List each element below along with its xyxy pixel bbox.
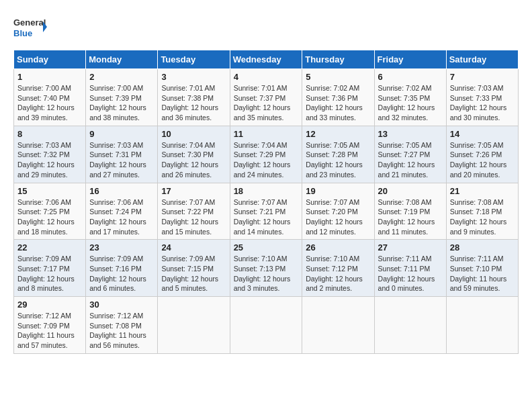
calendar-cell: 10 Sunrise: 7:04 AM Sunset: 7:30 PM Dayl…	[158, 126, 230, 183]
calendar-cell	[230, 297, 302, 354]
calendar-cell	[446, 297, 518, 354]
day-info: Sunrise: 7:09 AM Sunset: 7:16 PM Dayligh…	[89, 254, 154, 293]
day-number: 4	[234, 72, 299, 82]
calendar-cell: 28 Sunrise: 7:11 AM Sunset: 7:10 PM Dayl…	[446, 240, 518, 297]
day-info: Sunrise: 7:06 AM Sunset: 7:25 PM Dayligh…	[17, 197, 82, 237]
calendar-header-row: SundayMondayTuesdayWednesdayThursdayFrid…	[14, 50, 519, 69]
day-info: Sunrise: 7:11 AM Sunset: 7:10 PM Dayligh…	[450, 254, 515, 293]
day-info: Sunrise: 7:02 AM Sunset: 7:35 PM Dayligh…	[378, 83, 443, 123]
day-info: Sunrise: 7:09 AM Sunset: 7:15 PM Dayligh…	[161, 254, 226, 293]
day-info: Sunrise: 7:11 AM Sunset: 7:11 PM Dayligh…	[378, 254, 443, 293]
calendar-cell	[158, 297, 230, 354]
calendar-cell: 16 Sunrise: 7:06 AM Sunset: 7:24 PM Dayl…	[86, 183, 158, 240]
calendar-table: SundayMondayTuesdayWednesdayThursdayFrid…	[13, 50, 519, 354]
calendar-cell: 27 Sunrise: 7:11 AM Sunset: 7:11 PM Dayl…	[374, 240, 446, 297]
day-number: 22	[17, 242, 82, 253]
day-number: 3	[161, 72, 226, 82]
day-info: Sunrise: 7:12 AM Sunset: 7:08 PM Dayligh…	[89, 311, 154, 351]
calendar-cell: 23 Sunrise: 7:09 AM Sunset: 7:16 PM Dayl…	[86, 240, 158, 297]
day-number: 28	[450, 242, 515, 253]
day-info: Sunrise: 7:08 AM Sunset: 7:19 PM Dayligh…	[378, 197, 443, 237]
calendar-cell: 30 Sunrise: 7:12 AM Sunset: 7:08 PM Dayl…	[86, 297, 158, 354]
day-header-friday: Friday	[374, 50, 446, 69]
calendar-cell: 3 Sunrise: 7:01 AM Sunset: 7:38 PM Dayli…	[158, 69, 230, 126]
day-header-tuesday: Tuesday	[158, 50, 230, 69]
day-number: 5	[306, 72, 370, 82]
calendar-cell: 6 Sunrise: 7:02 AM Sunset: 7:35 PM Dayli…	[374, 69, 446, 126]
day-number: 7	[450, 72, 515, 82]
day-number: 19	[306, 186, 370, 196]
calendar-cell: 8 Sunrise: 7:03 AM Sunset: 7:32 PM Dayli…	[14, 126, 86, 183]
calendar-cell: 26 Sunrise: 7:10 AM Sunset: 7:12 PM Dayl…	[302, 240, 374, 297]
day-info: Sunrise: 7:10 AM Sunset: 7:13 PM Dayligh…	[234, 254, 299, 293]
day-info: Sunrise: 7:01 AM Sunset: 7:38 PM Dayligh…	[161, 83, 226, 123]
calendar-cell: 21 Sunrise: 7:08 AM Sunset: 7:18 PM Dayl…	[446, 183, 518, 240]
day-info: Sunrise: 7:03 AM Sunset: 7:33 PM Dayligh…	[450, 83, 515, 123]
day-number: 13	[378, 129, 443, 139]
day-number: 8	[17, 129, 82, 139]
day-info: Sunrise: 7:05 AM Sunset: 7:26 PM Dayligh…	[450, 140, 515, 180]
calendar-cell: 19 Sunrise: 7:07 AM Sunset: 7:20 PM Dayl…	[302, 183, 374, 240]
day-number: 11	[234, 129, 299, 139]
day-info: Sunrise: 7:08 AM Sunset: 7:18 PM Dayligh…	[450, 197, 515, 237]
day-info: Sunrise: 7:07 AM Sunset: 7:21 PM Dayligh…	[234, 197, 299, 237]
calendar-cell: 29 Sunrise: 7:12 AM Sunset: 7:09 PM Dayl…	[14, 297, 86, 354]
calendar-cell: 5 Sunrise: 7:02 AM Sunset: 7:36 PM Dayli…	[302, 69, 374, 126]
day-number: 2	[89, 72, 154, 82]
day-number: 27	[378, 242, 443, 253]
day-info: Sunrise: 7:04 AM Sunset: 7:29 PM Dayligh…	[234, 140, 299, 180]
day-number: 6	[378, 72, 443, 82]
calendar-cell: 25 Sunrise: 7:10 AM Sunset: 7:13 PM Dayl…	[230, 240, 302, 297]
day-number: 17	[161, 186, 226, 196]
day-info: Sunrise: 7:07 AM Sunset: 7:20 PM Dayligh…	[306, 197, 370, 237]
calendar-cell: 11 Sunrise: 7:04 AM Sunset: 7:29 PM Dayl…	[230, 126, 302, 183]
calendar-cell	[374, 297, 446, 354]
calendar-week-4: 22 Sunrise: 7:09 AM Sunset: 7:17 PM Dayl…	[14, 240, 519, 297]
day-info: Sunrise: 7:02 AM Sunset: 7:36 PM Dayligh…	[306, 83, 370, 123]
day-info: Sunrise: 7:04 AM Sunset: 7:30 PM Dayligh…	[161, 140, 226, 180]
day-header-saturday: Saturday	[446, 50, 518, 69]
calendar-cell: 13 Sunrise: 7:05 AM Sunset: 7:27 PM Dayl…	[374, 126, 446, 183]
day-header-wednesday: Wednesday	[230, 50, 302, 69]
logo-svg: General Blue	[13, 13, 47, 43]
day-number: 26	[306, 242, 370, 253]
day-number: 10	[161, 129, 226, 139]
svg-text:Blue: Blue	[13, 28, 32, 38]
day-info: Sunrise: 7:00 AM Sunset: 7:39 PM Dayligh…	[89, 83, 154, 123]
day-header-monday: Monday	[86, 50, 158, 69]
svg-text:General: General	[13, 17, 46, 28]
calendar-cell: 15 Sunrise: 7:06 AM Sunset: 7:25 PM Dayl…	[14, 183, 86, 240]
day-number: 12	[306, 129, 370, 139]
day-number: 24	[161, 242, 226, 253]
calendar-week-5: 29 Sunrise: 7:12 AM Sunset: 7:09 PM Dayl…	[14, 297, 519, 354]
day-info: Sunrise: 7:05 AM Sunset: 7:27 PM Dayligh…	[378, 140, 443, 180]
day-number: 23	[89, 242, 154, 253]
day-info: Sunrise: 7:09 AM Sunset: 7:17 PM Dayligh…	[17, 254, 82, 293]
day-header-thursday: Thursday	[302, 50, 374, 69]
calendar-cell: 14 Sunrise: 7:05 AM Sunset: 7:26 PM Dayl…	[446, 126, 518, 183]
calendar-cell: 7 Sunrise: 7:03 AM Sunset: 7:33 PM Dayli…	[446, 69, 518, 126]
day-number: 29	[17, 300, 82, 310]
day-info: Sunrise: 7:05 AM Sunset: 7:28 PM Dayligh…	[306, 140, 370, 180]
day-info: Sunrise: 7:12 AM Sunset: 7:09 PM Dayligh…	[17, 311, 82, 351]
day-number: 16	[89, 186, 154, 196]
day-number: 21	[450, 186, 515, 196]
day-number: 25	[234, 242, 299, 253]
calendar-week-1: 1 Sunrise: 7:00 AM Sunset: 7:40 PM Dayli…	[14, 69, 519, 126]
day-number: 15	[17, 186, 82, 196]
day-number: 18	[234, 186, 299, 196]
calendar-cell: 18 Sunrise: 7:07 AM Sunset: 7:21 PM Dayl…	[230, 183, 302, 240]
calendar-week-2: 8 Sunrise: 7:03 AM Sunset: 7:32 PM Dayli…	[14, 126, 519, 183]
calendar-cell: 1 Sunrise: 7:00 AM Sunset: 7:40 PM Dayli…	[14, 69, 86, 126]
day-number: 14	[450, 129, 515, 139]
day-info: Sunrise: 7:07 AM Sunset: 7:22 PM Dayligh…	[161, 197, 226, 237]
calendar-cell	[302, 297, 374, 354]
day-number: 1	[17, 72, 82, 82]
calendar-cell: 4 Sunrise: 7:01 AM Sunset: 7:37 PM Dayli…	[230, 69, 302, 126]
calendar-cell: 2 Sunrise: 7:00 AM Sunset: 7:39 PM Dayli…	[86, 69, 158, 126]
calendar-cell: 17 Sunrise: 7:07 AM Sunset: 7:22 PM Dayl…	[158, 183, 230, 240]
calendar-cell: 20 Sunrise: 7:08 AM Sunset: 7:19 PM Dayl…	[374, 183, 446, 240]
header: General Blue	[13, 13, 519, 43]
calendar-cell: 24 Sunrise: 7:09 AM Sunset: 7:15 PM Dayl…	[158, 240, 230, 297]
day-header-sunday: Sunday	[14, 50, 86, 69]
